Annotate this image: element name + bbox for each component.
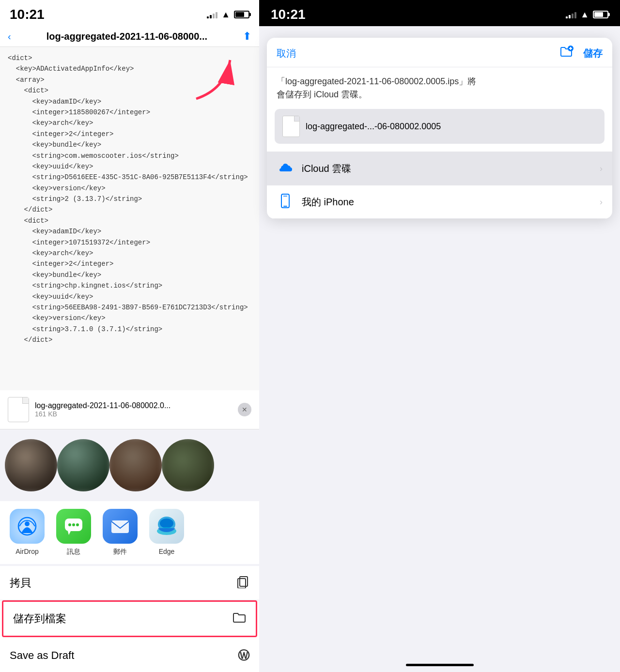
mail-icon [103, 509, 138, 544]
contact-avatar-3 [109, 439, 162, 491]
right-wifi-icon: ▲ [580, 10, 589, 20]
save-button[interactable]: 儲存 [583, 47, 603, 60]
svg-point-7 [76, 523, 79, 526]
folder-icon [232, 611, 246, 627]
airdrop-label: AirDrop [16, 548, 38, 555]
contact-avatar-4 [162, 439, 214, 491]
save-to-files-action[interactable]: 儲存到檔案 [2, 600, 257, 637]
file-thumbnail-icon [8, 397, 29, 422]
iphone-location[interactable]: 我的 iPhone › [267, 185, 612, 219]
contacts-row [0, 429, 259, 501]
filename-text: log-aggregated-...-06-080002.0005 [306, 122, 441, 132]
description-text: 「log-aggregated-2021-11-06-080002.0005.i… [277, 76, 476, 99]
right-panel: 10:21 ▲ 取消 [259, 0, 620, 672]
back-button[interactable]: ‹ [8, 31, 11, 42]
copy-icon [236, 575, 249, 591]
share-button[interactable]: ⬆ [243, 30, 251, 43]
contact-avatar-1 [5, 439, 57, 491]
right-status-bar: 10:21 ▲ [259, 0, 620, 26]
save-to-files-label: 儲存到檔案 [13, 611, 66, 626]
file-info: log-aggregated-2021-11-06-080002.0... 16… [35, 401, 232, 418]
airdrop-icon [10, 509, 45, 544]
app-mail[interactable]: 郵件 [103, 509, 138, 556]
right-battery-icon [593, 11, 608, 18]
left-status-icons: ▲ [207, 10, 249, 20]
messages-label: 訊息 [67, 548, 80, 556]
svg-point-5 [68, 523, 71, 526]
icloud-label: iCloud 雲碟 [302, 162, 592, 175]
svg-marker-4 [68, 531, 71, 535]
battery-icon [234, 11, 249, 18]
location-list: iCloud 雲碟 › 我的 iPhone › [267, 152, 612, 219]
edge-label: Edge [159, 548, 175, 555]
right-signal-icon [566, 11, 576, 18]
save-description: 「log-aggregated-2021-11-06-080002.0005.i… [267, 67, 612, 109]
save-draft-label: Save as Draft [10, 649, 74, 662]
left-panel: 10:21 ▲ ‹ log-aggregated-2021-11-06-0800… [0, 0, 259, 672]
app-messages[interactable]: 訊息 [56, 509, 91, 556]
messages-icon [56, 509, 91, 544]
modal-action-icons: 儲存 [560, 46, 603, 61]
wifi-icon: ▲ [221, 10, 230, 20]
nav-bar: ‹ log-aggregated-2021-11-06-08000... ⬆ [0, 26, 259, 47]
left-status-bar: 10:21 ▲ [0, 0, 259, 26]
nav-title: log-aggregated-2021-11-06-08000... [11, 31, 243, 42]
app-airdrop[interactable]: AirDrop [10, 509, 45, 556]
right-status-icons: ▲ [566, 10, 608, 20]
file-size: 161 KB [35, 410, 232, 418]
iphone-chevron-icon: › [600, 197, 603, 207]
actions-section: 拷貝 儲存到檔案 Save as Draft Ⓦ [0, 566, 259, 672]
wordpress-icon: Ⓦ [238, 648, 249, 663]
right-status-time: 10:21 [271, 7, 306, 22]
signal-icon [207, 11, 217, 18]
new-folder-icon[interactable] [560, 46, 574, 61]
file-preview-row: log-aggregated-2021-11-06-080002.0... 16… [0, 390, 259, 429]
right-content: 取消 儲存 「log-aggregated-2021-11-06-0 [259, 26, 620, 672]
close-button[interactable]: ✕ [238, 403, 251, 416]
file-name: log-aggregated-2021-11-06-080002.0... [35, 401, 232, 410]
cancel-button[interactable]: 取消 [277, 47, 296, 60]
icloud-icon [277, 160, 294, 177]
home-indicator [406, 664, 474, 666]
svg-point-10 [160, 519, 173, 528]
contact-avatar-2 [57, 439, 109, 491]
save-draft-action[interactable]: Save as Draft Ⓦ [0, 639, 259, 672]
iphone-label: 我的 iPhone [302, 196, 592, 209]
share-sheet: log-aggregated-2021-11-06-080002.0... 16… [0, 390, 259, 672]
left-status-time: 10:21 [10, 7, 45, 22]
svg-point-6 [72, 523, 75, 526]
app-edge[interactable]: Edge [149, 509, 184, 556]
edge-app-icon [149, 509, 184, 544]
filename-display: log-aggregated-...-06-080002.0005 [275, 109, 604, 144]
svg-point-2 [25, 521, 30, 526]
icloud-chevron-icon: › [600, 164, 603, 174]
mail-label: 郵件 [113, 548, 127, 556]
iphone-icon [277, 193, 294, 211]
apps-row: AirDrop 訊息 [0, 501, 259, 564]
icloud-location[interactable]: iCloud 雲碟 › [267, 152, 612, 185]
filename-file-icon [282, 116, 300, 137]
save-dialog: 取消 儲存 「log-aggregated-2021-11-06-0 [267, 38, 612, 219]
modal-header: 取消 儲存 [267, 38, 612, 67]
svg-rect-19 [283, 206, 287, 207]
svg-rect-8 [111, 520, 129, 533]
copy-label: 拷貝 [10, 576, 31, 590]
copy-action[interactable]: 拷貝 [0, 566, 259, 600]
